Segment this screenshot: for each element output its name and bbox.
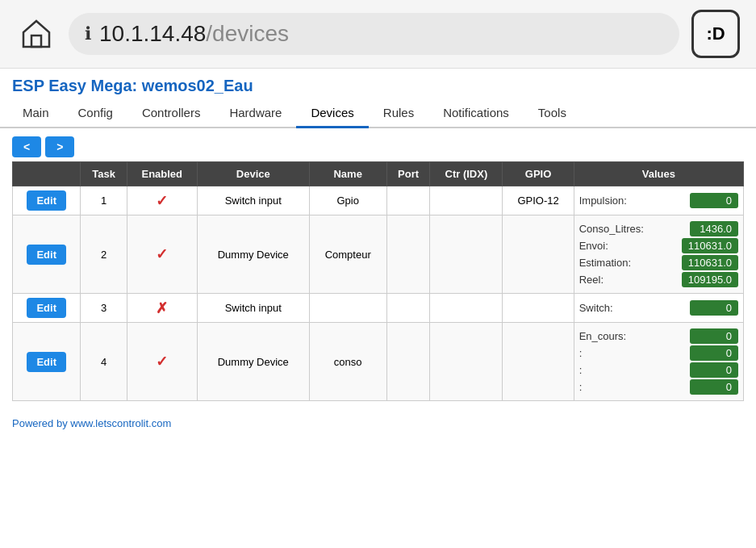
table-header-row: TaskEnabledDeviceNamePortCtr (IDX)GPIOVa… — [13, 162, 744, 186]
edit-button-2[interactable]: Edit — [27, 298, 66, 318]
col-header-edit — [13, 162, 81, 186]
values-cell: Conso_Litres:1436.0Envoi:110631.0Estimat… — [574, 215, 743, 294]
value-badge: 110631.0 — [682, 238, 738, 253]
value-label: Envoi: — [579, 240, 608, 252]
task-cell: 4 — [81, 323, 127, 401]
table-row: Edit4✓Dummy DeviceconsoEn_cours:0:0:0:0 — [13, 323, 744, 401]
gpio-cell — [503, 215, 574, 294]
table-row: Edit2✓Dummy DeviceCompteurConso_Litres:1… — [13, 215, 744, 294]
svg-rect-1 — [31, 36, 41, 47]
value-row: :0 — [579, 362, 738, 378]
ip-address: 10.1.14.48 — [99, 21, 206, 46]
nav-tabs: MainConfigControllersHardwareDevicesRule… — [0, 99, 756, 128]
value-badge: 0 — [690, 328, 738, 344]
enabled-cell: ✓ — [127, 323, 197, 401]
col-header-gpio: GPIO — [503, 162, 574, 186]
value-label: : — [579, 364, 583, 376]
edit-button-3[interactable]: Edit — [27, 352, 66, 372]
value-badge: 110631.0 — [682, 255, 738, 270]
d-button[interactable]: :D — [691, 10, 740, 58]
edit-button-0[interactable]: Edit — [27, 190, 66, 211]
nav-tab-tools[interactable]: Tools — [524, 99, 581, 128]
edit-cell-1: Edit — [13, 215, 81, 294]
value-label: Impulsion: — [579, 195, 627, 207]
value-label: Reel: — [579, 274, 604, 286]
col-header-enabled: Enabled — [127, 162, 197, 186]
value-label: Switch: — [579, 302, 613, 314]
info-icon: ℹ — [85, 23, 91, 44]
value-row: En_cours:0 — [579, 328, 738, 344]
checkmark-icon: ✓ — [156, 246, 168, 262]
xmark-icon: ✗ — [156, 300, 168, 316]
task-cell: 1 — [81, 186, 127, 215]
enabled-cell: ✓ — [127, 215, 197, 294]
value-label: : — [579, 381, 583, 393]
gpio-cell — [503, 294, 574, 323]
edit-cell-0: Edit — [13, 186, 81, 215]
page-title: ESP Easy Mega: wemos02_Eau — [0, 69, 756, 99]
enabled-cell: ✗ — [127, 294, 197, 323]
home-icon[interactable] — [16, 14, 56, 54]
port-cell — [386, 294, 430, 323]
next-button[interactable]: > — [45, 136, 74, 157]
nav-tab-controllers[interactable]: Controllers — [127, 99, 215, 128]
table-row: Edit3✗Switch inputSwitch:0 — [13, 294, 744, 323]
value-badge: 0 — [690, 300, 738, 316]
port-cell — [386, 186, 430, 215]
checkmark-icon: ✓ — [156, 193, 168, 209]
value-row: :0 — [579, 345, 738, 361]
device-cell: Switch input — [197, 186, 309, 215]
value-label: Estimation: — [579, 257, 631, 269]
url-path: /devices — [206, 21, 289, 46]
value-badge: 0 — [690, 193, 738, 208]
col-header-values: Values — [574, 162, 743, 186]
url-text: 10.1.14.48/devices — [99, 21, 289, 47]
value-badge: 1436.0 — [690, 221, 738, 236]
enabled-cell: ✓ — [127, 186, 197, 215]
value-row: :0 — [579, 379, 738, 395]
value-row: Impulsion:0 — [579, 193, 738, 208]
value-label: En_cours: — [579, 330, 627, 342]
nav-tab-config[interactable]: Config — [64, 99, 127, 128]
nav-tab-main[interactable]: Main — [8, 99, 64, 128]
value-badge: 0 — [690, 362, 738, 378]
col-header-task: Task — [81, 162, 127, 186]
table-body: Edit1✓Switch inputGpioGPIO-12Impulsion:0… — [13, 186, 744, 401]
edit-button-1[interactable]: Edit — [27, 245, 66, 265]
values-cell: Impulsion:0 — [574, 186, 743, 215]
nav-tab-hardware[interactable]: Hardware — [215, 99, 296, 128]
device-cell: Switch input — [197, 294, 309, 323]
page-title-text: ESP Easy Mega: wemos02_Eau — [12, 77, 253, 94]
device-cell: Dummy Device — [197, 323, 309, 401]
ctr-idx-cell — [430, 294, 503, 323]
gpio-cell — [503, 323, 574, 401]
value-badge: 0 — [690, 345, 738, 361]
value-row: Estimation:110631.0 — [579, 255, 738, 270]
nav-tab-rules[interactable]: Rules — [369, 99, 428, 128]
name-cell: conso — [309, 323, 386, 401]
value-badge: 0 — [690, 379, 738, 395]
col-header-name: Name — [309, 162, 386, 186]
ctr-idx-cell — [430, 186, 503, 215]
value-row: Conso_Litres:1436.0 — [579, 221, 738, 236]
col-header-ctridx: Ctr (IDX) — [430, 162, 503, 186]
value-row: Reel:109195.0 — [579, 272, 738, 287]
svg-marker-0 — [23, 21, 49, 47]
d-button-label: :D — [706, 23, 725, 44]
nav-tab-devices[interactable]: Devices — [296, 99, 368, 128]
devices-table: TaskEnabledDeviceNamePortCtr (IDX)GPIOVa… — [12, 161, 744, 401]
task-cell: 3 — [81, 294, 127, 323]
col-header-port: Port — [386, 162, 430, 186]
ctr-idx-cell — [430, 323, 503, 401]
footer: Powered by www.letscontrolit.com — [0, 409, 756, 437]
edit-cell-2: Edit — [13, 294, 81, 323]
value-badge: 109195.0 — [682, 272, 738, 287]
footer-link[interactable]: www.letscontrolit.com — [70, 417, 171, 429]
value-label: : — [579, 347, 583, 359]
address-bar[interactable]: ℹ 10.1.14.48/devices — [69, 13, 679, 55]
nav-tab-notifications[interactable]: Notifications — [428, 99, 524, 128]
values-cell: En_cours:0:0:0:0 — [574, 323, 743, 401]
values-cell: Switch:0 — [574, 294, 743, 323]
value-label: Conso_Litres: — [579, 223, 644, 235]
prev-button[interactable]: < — [12, 136, 41, 157]
